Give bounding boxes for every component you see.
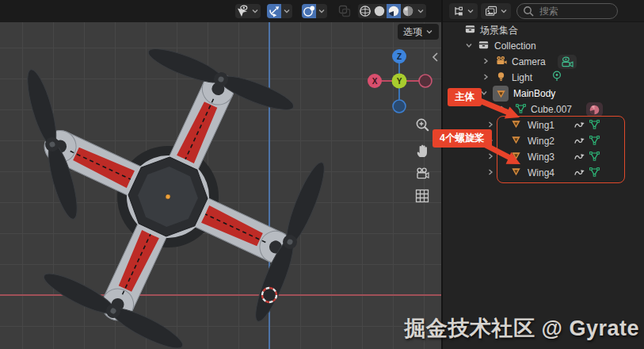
x-axis-line (0, 294, 441, 296)
show-gizmos-toggle[interactable] (267, 4, 281, 18)
row-label: 场景集合 (480, 22, 518, 38)
grid-ortho-button[interactable] (413, 186, 432, 205)
search-icon (523, 6, 534, 17)
display-mode-dropdown[interactable] (481, 3, 511, 19)
drone-center-octagon (120, 148, 217, 246)
shading-dropdown[interactable] (415, 4, 426, 18)
view-axis-gizmo[interactable]: Z X Y (363, 46, 436, 119)
propeller-bottom (40, 267, 187, 349)
object-type-visibility-button[interactable] (235, 4, 250, 18)
annotation-propellers: 4个螺旋桨 (433, 129, 492, 148)
chevron-down-icon (467, 7, 474, 15)
gizmo-x-label: X (372, 77, 378, 86)
search-input[interactable] (538, 5, 604, 17)
propeller-top (145, 43, 297, 117)
shading-material-preview-button[interactable] (387, 4, 401, 18)
collapse-chevron-icon[interactable] (482, 56, 490, 67)
gizmo-neg-z-ball[interactable] (393, 100, 406, 113)
annotation-main-body: 主体 (448, 88, 482, 106)
expand-chevron-icon[interactable] (465, 40, 473, 52)
gizmos-dropdown[interactable] (281, 4, 292, 18)
outliner-row-camera[interactable]: Camera (443, 54, 644, 70)
outliner-editor-icon (452, 5, 465, 17)
object-type-visibility-dropdown[interactable] (250, 4, 261, 18)
editor-type-dropdown[interactable] (449, 3, 478, 19)
3d-cursor[interactable] (257, 283, 281, 307)
pan-tool-button[interactable] (413, 141, 432, 160)
outliner-row-light[interactable]: Light (443, 70, 644, 86)
gizmo-y-label: Y (397, 77, 402, 86)
chevron-down-icon (500, 7, 508, 15)
light-data-icon[interactable] (551, 71, 562, 86)
collapse-chevron-icon[interactable] (486, 151, 494, 163)
row-label: Collection (494, 38, 536, 54)
grid-icon (414, 188, 430, 204)
collection-icon (478, 39, 490, 53)
camera-object-icon (495, 55, 507, 69)
camera-icon (414, 166, 430, 182)
viewport-header (0, 0, 441, 22)
toggle-xray-button[interactable] (337, 4, 352, 18)
row-label: Cube.007 (531, 102, 572, 117)
shading-solid-button[interactable] (372, 4, 387, 18)
view-layer-icon (484, 5, 498, 17)
row-label: Light (512, 70, 532, 86)
outliner-row-collection[interactable]: Collection (443, 38, 644, 54)
row-label: MainBody (513, 86, 555, 102)
light-object-icon (495, 71, 507, 85)
shading-wireframe-button[interactable] (358, 4, 372, 18)
active-object-highlight (493, 86, 509, 102)
mesh-object-icon (495, 88, 507, 100)
options-dropdown-button[interactable]: 选项 (398, 24, 439, 40)
camera-data-badge[interactable] (558, 55, 577, 69)
object-origin-dot (165, 194, 172, 201)
drone-arms (0, 17, 347, 349)
row-label: Camera (512, 54, 546, 70)
shading-rendered-button[interactable] (401, 4, 415, 18)
propellers-highlight-box (497, 116, 625, 183)
sidebar-collapse-chevron[interactable] (431, 52, 439, 63)
gizmo-z-label: Z (397, 52, 402, 61)
camera-data-icon (560, 56, 574, 68)
material-badge[interactable] (586, 102, 603, 117)
watermark-text: 掘金技术社区 @ Gyrate (405, 314, 639, 343)
collapse-chevron-icon[interactable] (482, 72, 490, 83)
camera-view-button[interactable] (413, 164, 432, 183)
outliner-header (443, 0, 644, 22)
outliner-row-scene-collection[interactable]: 场景集合 (443, 22, 644, 38)
magnifier-plus-icon (414, 117, 430, 132)
zoom-tool-button[interactable] (413, 115, 432, 134)
collapse-chevron-icon[interactable] (486, 167, 494, 178)
scene-collection-icon (464, 23, 476, 37)
hand-icon (414, 143, 430, 159)
material-preview-icon (589, 104, 600, 116)
outliner-search-field[interactable] (516, 3, 618, 19)
viewport-3d[interactable]: 选项 Z X Y (0, 0, 441, 349)
chevron-down-icon (425, 28, 433, 36)
propeller-left (21, 67, 82, 221)
show-overlays-toggle[interactable] (302, 4, 316, 18)
mesh-data-icon (515, 102, 527, 117)
gizmo-neg-x-ball[interactable] (419, 75, 432, 87)
options-label: 选项 (403, 25, 422, 39)
overlays-dropdown[interactable] (316, 4, 327, 18)
collapse-chevron-icon[interactable] (498, 104, 506, 115)
